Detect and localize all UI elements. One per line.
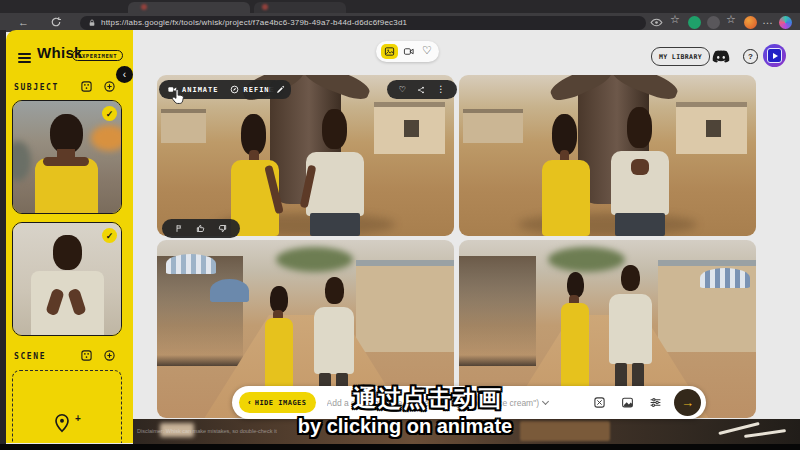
extension-icon-green[interactable] bbox=[688, 16, 701, 29]
prompt-dice-icon[interactable] bbox=[593, 396, 606, 409]
hamburger-menu-icon[interactable] bbox=[18, 51, 31, 65]
address-bar[interactable]: https://labs.google/fx/tools/whisk/proje… bbox=[80, 16, 646, 30]
refresh-icon[interactable] bbox=[50, 16, 62, 28]
feedback-toolbar bbox=[162, 219, 240, 238]
refine-icon bbox=[230, 85, 239, 94]
play-icon bbox=[773, 53, 778, 59]
chevron-left-icon: ‹ bbox=[248, 398, 251, 407]
lock-icon bbox=[88, 19, 96, 27]
subject-section-label: SUBJECT bbox=[14, 83, 59, 92]
village-house bbox=[161, 109, 206, 143]
scene-shape bbox=[12, 141, 31, 181]
extension-star-icon[interactable]: ☆ bbox=[726, 10, 736, 29]
tab-favicon bbox=[262, 4, 268, 10]
experiment-badge: EXPERIMENT bbox=[72, 50, 123, 61]
figure-woman bbox=[225, 114, 284, 236]
figure-shirt bbox=[31, 271, 104, 335]
discord-icon[interactable] bbox=[712, 50, 730, 63]
scene-add-icon[interactable] bbox=[103, 349, 116, 362]
video-mode-button[interactable] bbox=[403, 46, 415, 57]
street-buildings bbox=[459, 256, 536, 366]
image-meta-toolbar: ♡ ⋮ bbox=[387, 80, 457, 99]
disclaimer-text: Disclaimer: Whisk can make mistakes, so … bbox=[137, 428, 277, 434]
scene-shape bbox=[520, 421, 610, 441]
eye-icon[interactable] bbox=[650, 16, 663, 29]
letterbox-bar bbox=[0, 444, 800, 450]
village-house bbox=[676, 102, 747, 154]
selected-check-icon: ✓ bbox=[102, 228, 117, 243]
subject-card-man[interactable]: ✓ bbox=[12, 222, 122, 336]
generated-image-grid bbox=[157, 75, 756, 418]
hide-images-button[interactable]: ‹ HIDE IMAGES bbox=[239, 392, 316, 413]
scene-dice-icon[interactable] bbox=[80, 349, 93, 362]
browser-tab-strip bbox=[0, 0, 800, 13]
trees bbox=[276, 247, 353, 272]
figure-woman bbox=[536, 114, 595, 236]
subtitle-chinese: 通过点击动画 bbox=[353, 383, 503, 414]
location-pin-icon bbox=[53, 413, 71, 433]
striped-awning bbox=[166, 254, 216, 274]
sidebar: Whisk EXPERIMENT ‹ SUBJECT ✓ bbox=[6, 30, 133, 443]
bookmark-star-icon[interactable]: ☆ bbox=[670, 10, 680, 29]
profile-avatar-icon[interactable] bbox=[744, 16, 757, 29]
village-house bbox=[463, 109, 522, 143]
subject-card-woman[interactable]: ✓ bbox=[12, 100, 122, 214]
like-heart-icon[interactable]: ♡ bbox=[399, 80, 406, 99]
figure-top-yellow bbox=[35, 158, 98, 214]
submit-arrow-button[interactable]: → bbox=[674, 389, 701, 416]
generated-image-2[interactable] bbox=[459, 75, 756, 236]
image-mode-button[interactable] bbox=[381, 44, 398, 59]
prompt-image-icon[interactable] bbox=[621, 396, 634, 409]
favorites-heart-button[interactable]: ♡ bbox=[422, 44, 432, 57]
url-text: https://labs.google/fx/tools/whisk/proje… bbox=[101, 18, 407, 27]
avatar-logo bbox=[767, 48, 782, 63]
figure-head bbox=[53, 235, 82, 270]
street-buildings bbox=[356, 260, 454, 353]
subject-add-icon[interactable] bbox=[103, 80, 116, 93]
hide-images-label: HIDE IMAGES bbox=[255, 399, 307, 407]
magic-edit-button[interactable] bbox=[270, 80, 291, 99]
village-house bbox=[374, 102, 445, 154]
tab-favicon bbox=[141, 4, 147, 10]
prompt-settings-sliders-icon[interactable] bbox=[649, 396, 662, 409]
thumbs-up-icon[interactable] bbox=[196, 224, 205, 233]
generated-image-1[interactable] bbox=[157, 75, 454, 236]
subject-dice-icon[interactable] bbox=[80, 80, 93, 93]
chevron-down-icon[interactable] bbox=[542, 397, 549, 404]
flag-icon[interactable] bbox=[175, 224, 183, 233]
share-icon[interactable] bbox=[417, 86, 425, 94]
figure-man bbox=[608, 107, 673, 236]
browser-menu-icon[interactable]: … bbox=[762, 11, 773, 30]
more-options-icon[interactable]: ⋮ bbox=[436, 80, 445, 99]
sidebar-collapse-button[interactable]: ‹ bbox=[116, 66, 133, 83]
figure-shoulders bbox=[43, 157, 89, 166]
scene-section-label: SCENE bbox=[14, 352, 46, 361]
selected-check-icon: ✓ bbox=[102, 106, 117, 121]
app-window: ← https://labs.google/fx/tools/whisk/pro… bbox=[0, 0, 800, 450]
mouse-cursor-icon bbox=[170, 88, 187, 105]
mode-toggle: ♡ bbox=[376, 41, 439, 62]
subtitle-english: by clicking on animate bbox=[298, 415, 513, 438]
help-button[interactable]: ? bbox=[743, 49, 758, 64]
arrow-right-icon: → bbox=[681, 396, 694, 409]
figure-man bbox=[303, 109, 368, 236]
extension-icon-dark[interactable] bbox=[707, 16, 720, 29]
animate-button[interactable]: ANIMATE bbox=[182, 86, 219, 94]
umbrella bbox=[700, 268, 750, 288]
scene-shape bbox=[91, 125, 122, 151]
copilot-icon[interactable] bbox=[779, 16, 792, 29]
scene-dropzone[interactable]: + bbox=[12, 370, 122, 443]
my-library-button[interactable]: MY LIBRARY bbox=[651, 47, 710, 66]
thumbs-down-icon[interactable] bbox=[218, 224, 227, 233]
plus-icon: + bbox=[75, 413, 81, 424]
user-avatar[interactable] bbox=[763, 44, 786, 67]
figure-head bbox=[50, 114, 83, 154]
magic-pen-icon bbox=[276, 85, 285, 94]
scene-shape bbox=[744, 429, 786, 438]
umbrella bbox=[210, 279, 249, 302]
